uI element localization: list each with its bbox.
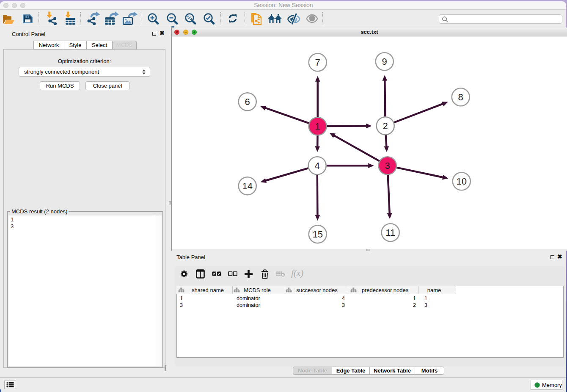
svg-text:7: 7 <box>315 57 320 68</box>
svg-text:15: 15 <box>312 229 322 240</box>
svg-text:10: 10 <box>456 176 466 187</box>
svg-text:1: 1 <box>315 121 320 132</box>
svg-text:11: 11 <box>385 227 395 238</box>
svg-text:14: 14 <box>242 181 252 191</box>
svg-text:3: 3 <box>385 160 390 171</box>
svg-text:2: 2 <box>383 121 388 131</box>
svg-text:8: 8 <box>458 92 463 102</box>
svg-text:6: 6 <box>245 97 250 107</box>
svg-text:9: 9 <box>382 56 387 67</box>
svg-text:4: 4 <box>315 160 320 171</box>
